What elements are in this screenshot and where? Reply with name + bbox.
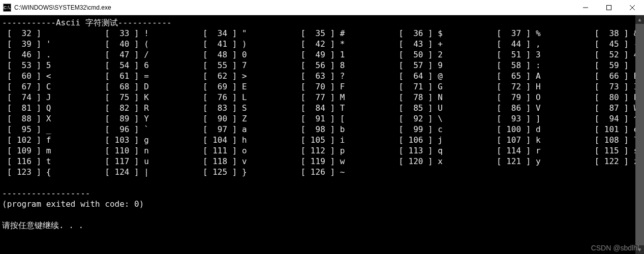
watermark-text: CSDN @sbdlhl (591, 244, 639, 252)
maximize-button[interactable] (597, 0, 621, 15)
window-title: C:\WINDOWS\SYSTEM32\cmd.exe (14, 4, 111, 11)
scroll-up-arrow-icon[interactable]: ▲ (635, 15, 644, 24)
scrollbar-thumb[interactable] (635, 24, 644, 245)
terminal[interactable]: -----------Ascii 字符测试----------- [ 32 ] … (0, 15, 644, 254)
svg-rect-1 (607, 5, 611, 10)
window-titlebar: C:\. C:\WINDOWS\SYSTEM32\cmd.exe (0, 0, 644, 15)
close-button[interactable] (621, 0, 644, 15)
minimize-button[interactable] (574, 0, 597, 15)
vertical-scrollbar[interactable]: ▲ ▼ (635, 15, 644, 254)
terminal-output: -----------Ascii 字符测试----------- [ 32 ] … (0, 15, 644, 231)
cmd-icon: C:\. (3, 4, 11, 12)
scrollbar-track[interactable] (635, 24, 644, 245)
